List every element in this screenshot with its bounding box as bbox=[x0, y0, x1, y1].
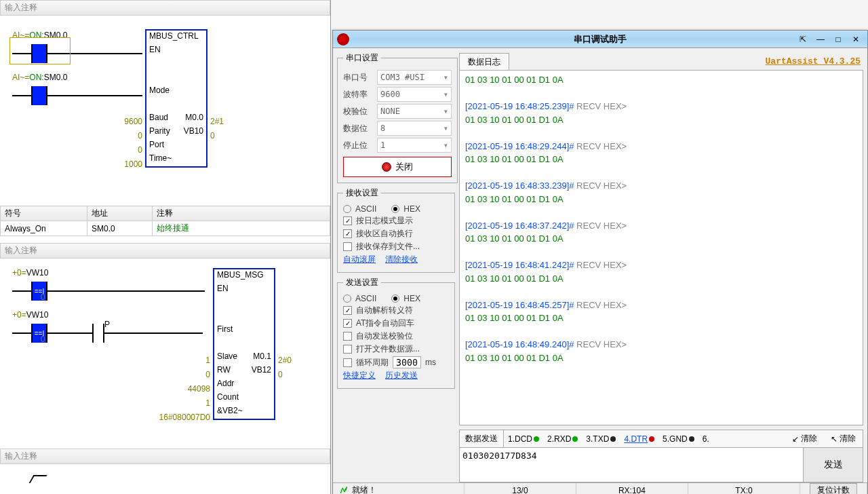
parity-select[interactable]: NONE bbox=[377, 104, 452, 119]
data-log-tab[interactable]: 数据日志 bbox=[459, 53, 509, 71]
signal-5.GND: 5.GND bbox=[658, 432, 698, 446]
send-opt2-chk[interactable] bbox=[343, 319, 352, 328]
fbd-mbus-msg[interactable]: MBUS_MSG EN First SlaveM0.1 RWVB12 Addr … bbox=[213, 268, 275, 420]
network-header-2: 输入注释 bbox=[0, 243, 330, 259]
recv-ascii-radio[interactable] bbox=[343, 205, 351, 213]
pin-button[interactable]: ⇱ bbox=[795, 33, 810, 45]
send-ascii-radio[interactable] bbox=[343, 294, 351, 303]
fbd-mbus-ctrl[interactable]: MBUS_CTRL EN Mode BaudM0.0 ParityVB10 Po… bbox=[145, 29, 208, 168]
send-cycle-chk[interactable] bbox=[343, 358, 352, 367]
clear-button-2[interactable]: ↖ 清除 bbox=[824, 431, 863, 446]
baud-select[interactable]: 9600 bbox=[377, 87, 452, 102]
clear-button-1[interactable]: ↙ 清除 bbox=[785, 431, 824, 446]
send-opt4-chk[interactable] bbox=[343, 345, 352, 354]
network-header-3: 输入注释 bbox=[0, 449, 330, 464]
recv-opt3-chk[interactable] bbox=[343, 242, 352, 251]
clear-recv-link[interactable]: 清除接收 bbox=[385, 254, 418, 265]
send-opt1-chk[interactable] bbox=[343, 306, 352, 315]
signal-6.: 6. bbox=[698, 432, 713, 446]
plc-editor: 输入注释 AI~=ON:SM0.0 AI~=ON:SM0.0 MBUS_CTRL… bbox=[0, 0, 331, 494]
databits-select[interactable]: 8 bbox=[377, 121, 452, 136]
recv-opt2-chk[interactable] bbox=[343, 229, 352, 238]
signal-4.DTR: 4.DTR bbox=[620, 432, 658, 446]
recv-settings: 接收设置 ASCII HEX 按日志模式显示 接收区自动换行 接收保存到文件..… bbox=[337, 187, 455, 273]
app-icon bbox=[337, 33, 349, 45]
network-header-1: 输入注释 bbox=[0, 0, 330, 16]
send-hex-radio[interactable] bbox=[391, 294, 399, 303]
uart-assistant-window: 串口调试助手 ⇱ — □ ✕ 串口设置 串口号COM3 #USI 波特率9600… bbox=[332, 30, 868, 494]
history-link[interactable]: 历史发送 bbox=[385, 370, 418, 381]
send-button[interactable]: 发送 bbox=[804, 447, 863, 482]
maximize-button[interactable]: □ bbox=[831, 33, 846, 45]
log-area[interactable]: 01 03 10 01 00 01 D1 0A[2021-05-19 16:48… bbox=[459, 70, 863, 425]
close-window-button[interactable]: ✕ bbox=[848, 33, 863, 45]
recv-opt1-chk[interactable] bbox=[343, 216, 352, 225]
recv-hex-radio[interactable] bbox=[391, 205, 399, 213]
autoscroll-link[interactable]: 自动滚屏 bbox=[343, 254, 376, 265]
send-opt3-chk[interactable] bbox=[343, 332, 352, 341]
port-settings: 串口设置 串口号COM3 #USI 波特率9600 校验位NONE 数据位8 停… bbox=[337, 52, 458, 183]
close-port-button[interactable]: 关闭 bbox=[343, 157, 452, 177]
product-label[interactable]: UartAssist V4.3.25 bbox=[766, 56, 861, 66]
reset-counter-button[interactable]: 复位计数 bbox=[810, 483, 857, 494]
port-select[interactable]: COM3 #USI bbox=[377, 70, 452, 85]
shortcut-link[interactable]: 快捷定义 bbox=[343, 370, 376, 381]
cycle-input[interactable] bbox=[393, 356, 421, 368]
symbol-table[interactable]: 符号 地址 注释 Always_On SM0.0 始终接通 bbox=[0, 206, 330, 236]
contact-no[interactable] bbox=[31, 86, 47, 105]
statusbar: 🗲就绪！ 13/0 RX:104 TX:0 复位计数 bbox=[333, 482, 867, 494]
signal-3.TXD: 3.TXD bbox=[582, 432, 620, 446]
send-input[interactable]: 0103020177D834 bbox=[459, 447, 804, 482]
send-settings: 发送设置 ASCII HEX 自动解析转义符 AT指令自动回车 自动发送校验位 … bbox=[337, 277, 455, 389]
signal-1.DCD: 1.DCD bbox=[504, 432, 543, 446]
stopbits-select[interactable]: 1 bbox=[377, 138, 452, 153]
titlebar[interactable]: 串口调试助手 ⇱ — □ ✕ bbox=[333, 31, 867, 48]
signal-2.RXD: 2.RXD bbox=[543, 432, 582, 446]
minimize-button[interactable]: — bbox=[813, 33, 828, 45]
data-send-tab[interactable]: 数据发送 bbox=[460, 430, 504, 447]
contact-p[interactable] bbox=[92, 324, 104, 343]
